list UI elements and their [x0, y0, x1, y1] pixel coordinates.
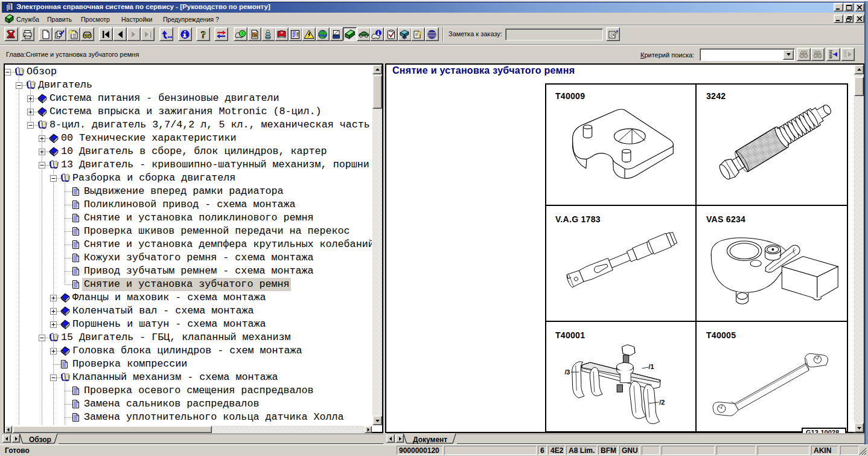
svg-text:/2: /2 — [659, 399, 665, 406]
svg-text:?: ? — [418, 30, 422, 39]
svg-text:?: ? — [200, 30, 206, 39]
svg-text:/3: /3 — [564, 368, 570, 376]
svg-text:/1: /1 — [649, 363, 654, 370]
